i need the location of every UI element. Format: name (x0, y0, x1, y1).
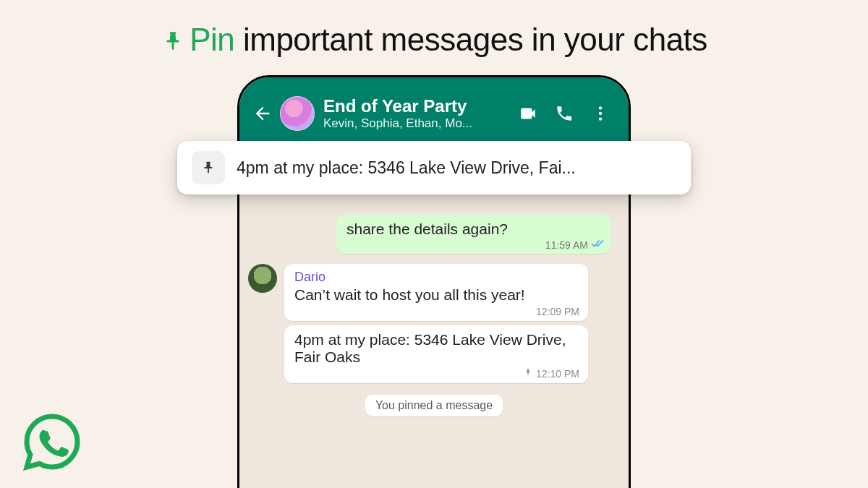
chat-title-area[interactable]: End of Year Party Kevin, Sophia, Ethan, … (323, 96, 510, 132)
phone-frame: End of Year Party Kevin, Sophia, Ethan, … (237, 75, 631, 488)
back-button[interactable] (247, 98, 278, 129)
svg-point-1 (599, 112, 602, 115)
message-text: 4pm at my place: 5346 Lake View Drive, F… (294, 331, 566, 365)
sender-avatar[interactable] (248, 264, 277, 293)
incoming-message[interactable]: Dario Can’t wait to host you all this ye… (284, 264, 588, 321)
message-time: 12:10 PM (536, 368, 579, 380)
headline-rest: important messages in your chats (234, 22, 707, 57)
message-time: 12:09 PM (536, 306, 579, 317)
incoming-message-pinned[interactable]: 4pm at my place: 5346 Lake View Drive, F… (284, 325, 588, 383)
chat-header: End of Year Party Kevin, Sophia, Ethan, … (239, 77, 629, 150)
svg-point-2 (599, 117, 602, 120)
pinned-message-banner[interactable]: 4pm at my place: 5346 Lake View Drive, F… (177, 141, 691, 194)
headline-pin-word: Pin (190, 22, 234, 57)
whatsapp-logo-icon (22, 411, 82, 472)
pinned-indicator-icon (524, 367, 532, 380)
pin-icon (192, 151, 225, 184)
promo-headline: Pin important messages in your chats (0, 22, 868, 61)
voice-call-button[interactable] (546, 98, 582, 129)
message-sender: Dario (294, 270, 578, 285)
group-avatar[interactable] (280, 96, 315, 131)
svg-point-0 (599, 106, 602, 109)
message-text: Can’t wait to host you all this year! (294, 286, 525, 303)
more-options-button[interactable] (582, 98, 618, 129)
system-pinned-notice: You pinned a message (365, 395, 503, 416)
outgoing-message[interactable]: share the details again? 11:59 AM (336, 215, 611, 254)
pinned-message-text: 4pm at my place: 5346 Lake View Drive, F… (237, 158, 576, 178)
read-receipt-icon (591, 239, 604, 251)
pin-icon (161, 25, 185, 61)
video-call-button[interactable] (510, 98, 546, 129)
chat-title: End of Year Party (323, 96, 510, 116)
message-text: share the details again? (346, 221, 508, 237)
message-time: 11:59 AM (545, 239, 588, 251)
chat-subtitle: Kevin, Sophia, Ethan, Mo... (323, 116, 510, 131)
